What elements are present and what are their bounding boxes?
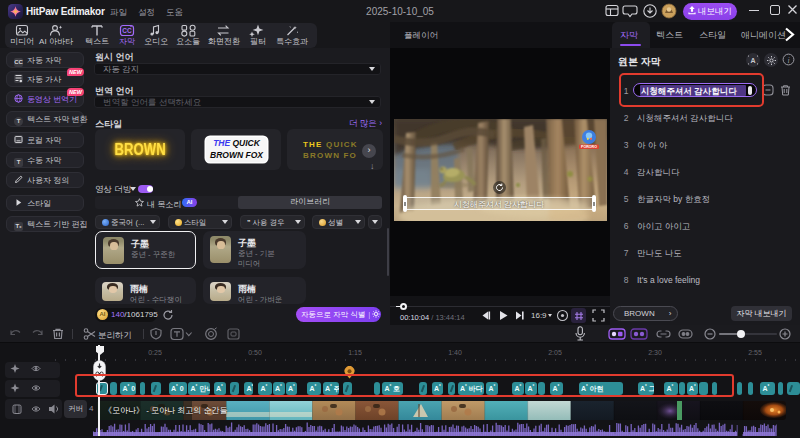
svg-text:A: A [750,57,755,64]
svg-text:i: i [787,56,789,65]
svg-text:CC: CC [122,27,132,34]
svg-text:PORORO: PORORO [581,145,597,149]
